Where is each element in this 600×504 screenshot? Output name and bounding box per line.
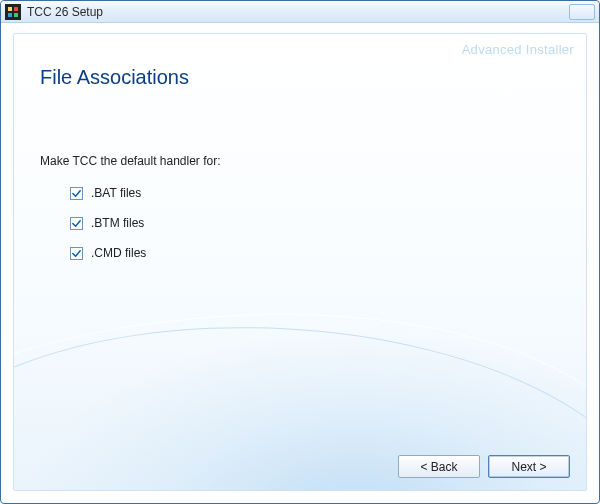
checkbox-bat-files[interactable]: .BAT files: [70, 186, 146, 200]
checkbox-box: [70, 217, 83, 230]
wizard-buttons: < Back Next >: [398, 455, 570, 478]
file-association-options: .BAT files .BTM files .CMD files: [70, 186, 146, 260]
content-frame: Advanced Installer File Associations Mak…: [1, 23, 599, 503]
checkmark-icon: [71, 188, 82, 199]
checkmark-icon: [71, 218, 82, 229]
checkmark-icon: [71, 248, 82, 259]
page-title: File Associations: [40, 66, 189, 89]
back-button[interactable]: < Back: [398, 455, 480, 478]
checkbox-label: .BTM files: [91, 216, 144, 230]
checkbox-box: [70, 187, 83, 200]
checkbox-label: .BAT files: [91, 186, 141, 200]
close-button[interactable]: [569, 4, 595, 20]
titlebar: TCC 26 Setup: [1, 1, 599, 23]
checkbox-btm-files[interactable]: .BTM files: [70, 216, 146, 230]
checkbox-label: .CMD files: [91, 246, 146, 260]
wizard-panel: Advanced Installer File Associations Mak…: [13, 33, 587, 491]
brand-label: Advanced Installer: [462, 42, 574, 57]
file-association-prompt: Make TCC the default handler for:: [40, 154, 221, 168]
app-icon: [5, 4, 21, 20]
next-button[interactable]: Next >: [488, 455, 570, 478]
window-title: TCC 26 Setup: [27, 5, 103, 19]
checkbox-cmd-files[interactable]: .CMD files: [70, 246, 146, 260]
checkbox-box: [70, 247, 83, 260]
installer-window: TCC 26 Setup Advanced Installer File Ass…: [0, 0, 600, 504]
